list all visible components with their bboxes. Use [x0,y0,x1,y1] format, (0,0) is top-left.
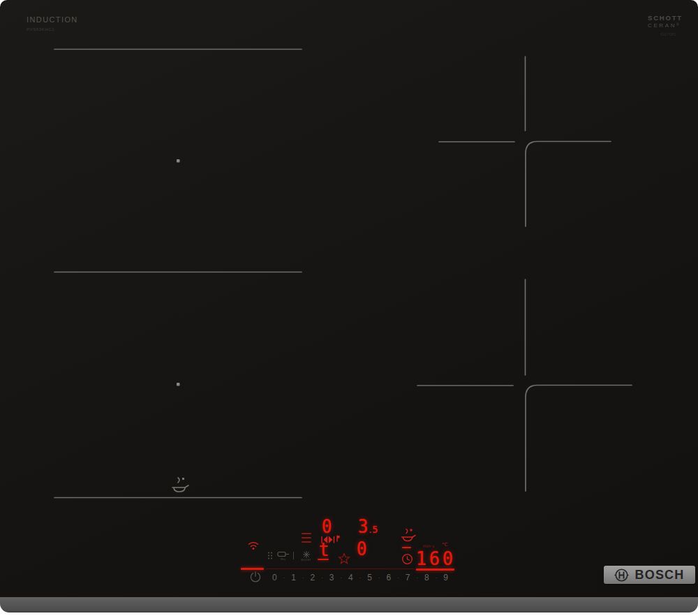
zone-center-dot-rear-left [177,159,180,163]
timer-clock-icon[interactable] [401,553,413,565]
power-icon[interactable] [249,571,262,583]
wifi-icon[interactable] [247,541,260,550]
function-key-cluster[interactable]: Rec BOOST [267,551,314,563]
level-0[interactable]: 0 [272,573,277,582]
front-trim-strip [0,597,698,613]
frying-sensor-icon[interactable] [400,528,417,543]
level-4[interactable]: 4 [348,573,353,582]
bosch-symbol-icon [614,568,629,582]
temperature-display: 160 [416,549,456,568]
rear-right-cross-corner [526,142,611,227]
boost-snowflake-icon [303,551,310,558]
boost-key[interactable]: BOOST [298,551,314,563]
level-6[interactable]: 6 [387,573,392,582]
level-1[interactable]: 1 [291,573,296,582]
level-3[interactable]: 3 [329,573,334,582]
cooktop-glass: INDUCTION PVS63KHC1 SCHOTT CERAN® 011708… [0,0,698,597]
bosch-wordmark: BOSCH [634,568,684,582]
key-divider [293,552,294,559]
level-7[interactable]: 7 [406,573,410,582]
sensor-flag [182,478,184,480]
celsius-label: °C [442,542,447,548]
display-rear-left[interactable]: 0 [322,518,332,536]
level-9[interactable]: 9 [443,573,448,582]
front-left-select-mark [318,559,329,560]
product-image: INDUCTION PVS63KHC1 SCHOTT CERAN® 011708… [0,0,698,616]
favorite-star-icon[interactable] [338,552,350,565]
dots-grid-icon[interactable] [267,551,273,560]
power-level-slider[interactable]: 0· 1· 2· 3· 4· 5· 6· 7· 8· 9 [272,573,448,582]
display-front-left[interactable]: t [319,541,329,559]
display-front-right[interactable]: 0 [357,540,366,558]
frying-sensor-select-mark [402,547,411,548]
level-5[interactable]: 5 [367,573,372,582]
level-2[interactable]: 2 [311,573,315,582]
menu-lines-icon[interactable] [302,533,311,545]
display-rear-right[interactable]: 3.5 [358,518,378,536]
front-right-cross-corner [526,386,632,492]
pan-on-key[interactable]: Rec [277,551,289,562]
zone-markings [0,0,698,597]
zone-center-dot-front-left [177,383,180,386]
pan-on-key-label: Rec [281,558,285,561]
pan-on-icon [277,551,289,557]
level-8[interactable]: 8 [424,573,429,582]
boost-key-label: BOOST [301,559,311,562]
slider-line-right [416,569,454,571]
fry-sensor-zone-icon [170,476,191,494]
bosch-logo-badge: BOSCH [604,566,695,584]
slider-line-left [241,568,264,570]
